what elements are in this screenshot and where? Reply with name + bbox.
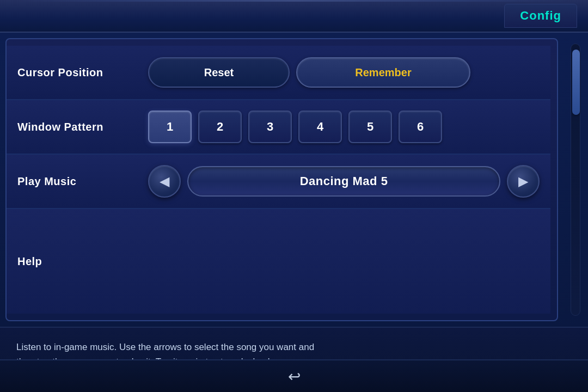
music-name: Dancing Mad 5 [300, 174, 388, 188]
cursor-position-controls: Reset Remember [148, 57, 540, 88]
bottom-bar: ↩ [0, 359, 588, 392]
back-button[interactable]: ↩ [280, 364, 308, 388]
main-area: Cursor Position Reset Remember Window Pa… [0, 33, 588, 327]
remember-button[interactable]: Remember [296, 57, 470, 88]
pattern-btn-3[interactable]: 3 [248, 111, 292, 143]
config-tab: Config [504, 4, 577, 28]
back-icon: ↩ [288, 367, 301, 385]
cursor-position-label: Cursor Position [17, 66, 148, 79]
play-music-label: Play Music [17, 175, 148, 188]
cursor-position-row: Cursor Position Reset Remember [7, 46, 550, 100]
window-pattern-controls: 1 2 3 4 5 6 [148, 111, 540, 143]
window-pattern-label: Window Pattern [17, 121, 148, 133]
pattern-btn-6[interactable]: 6 [399, 111, 442, 143]
scrollbar-track[interactable] [571, 44, 580, 316]
prev-arrow-icon: ◀ [160, 175, 169, 188]
settings-panel: Cursor Position Reset Remember Window Pa… [5, 38, 558, 321]
reset-button[interactable]: Reset [148, 57, 290, 88]
scrollbar-thumb[interactable] [572, 50, 580, 115]
music-display[interactable]: Dancing Mad 5 [187, 166, 500, 197]
music-next-button[interactable]: ▶ [507, 165, 540, 198]
help-label: Help [17, 255, 148, 268]
next-arrow-icon: ▶ [518, 175, 528, 188]
pattern-btn-1[interactable]: 1 [148, 111, 192, 143]
pattern-btn-2[interactable]: 2 [198, 111, 242, 143]
pattern-btn-4[interactable]: 4 [298, 111, 342, 143]
play-music-controls: ◀ Dancing Mad 5 ▶ [148, 165, 540, 198]
window-pattern-row: Window Pattern 1 2 3 4 5 6 [7, 100, 550, 155]
play-music-row: Play Music ◀ Dancing Mad 5 ▶ [7, 155, 550, 209]
music-prev-button[interactable]: ◀ [148, 165, 181, 198]
pattern-btn-5[interactable]: 5 [348, 111, 392, 143]
top-bar: Config [0, 0, 588, 33]
help-row[interactable]: Help [7, 209, 550, 314]
